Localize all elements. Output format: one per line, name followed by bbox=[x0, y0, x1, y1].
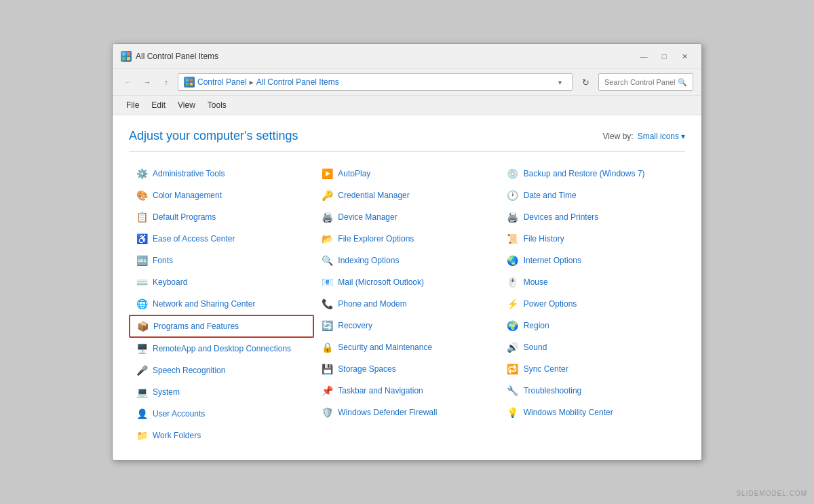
recovery-label: Recovery bbox=[338, 321, 372, 330]
troubleshooting-icon: 🔧 bbox=[506, 384, 520, 398]
address-dropdown-button[interactable]: ▾ bbox=[553, 73, 566, 91]
item-recovery[interactable]: 🔄 Recovery bbox=[314, 315, 499, 336]
view-by-selector[interactable]: Small icons ▾ bbox=[638, 132, 685, 141]
work-folders-label: Work Folders bbox=[153, 431, 201, 440]
view-by-label: View by: bbox=[603, 132, 634, 141]
windows-mobility-center-icon: 💡 bbox=[506, 406, 520, 419]
minimize-button[interactable]: — bbox=[635, 50, 653, 63]
item-autoplay[interactable]: ▶️ AutoPlay bbox=[314, 163, 499, 185]
item-internet-options[interactable]: 🌏 Internet Options bbox=[500, 250, 685, 271]
date-time-icon: 🕐 bbox=[506, 189, 520, 202]
item-credential-manager[interactable]: 🔑 Credential Manager bbox=[314, 185, 499, 206]
item-mouse[interactable]: 🖱️ Mouse bbox=[500, 271, 685, 293]
item-color-management[interactable]: 🎨 Color Management bbox=[129, 185, 314, 206]
administrative-tools-icon: ⚙️ bbox=[135, 167, 149, 180]
up-button[interactable]: ↑ bbox=[159, 75, 174, 90]
item-fonts[interactable]: 🔤 Fonts bbox=[129, 250, 314, 271]
window-icon bbox=[121, 51, 132, 62]
devices-printers-label: Devices and Printers bbox=[524, 212, 599, 222]
item-indexing-options[interactable]: 🔍 Indexing Options bbox=[314, 250, 499, 271]
item-device-manager[interactable]: 🖨️ Device Manager bbox=[314, 206, 499, 228]
item-mail[interactable]: 📧 Mail (Microsoft Outlook) bbox=[314, 271, 499, 293]
menu-tools[interactable]: Tools bbox=[202, 98, 232, 112]
svg-rect-6 bbox=[186, 83, 189, 85]
item-file-history[interactable]: 📜 File History bbox=[500, 228, 685, 250]
content-area: Adjust your computer's settings View by:… bbox=[113, 115, 701, 460]
item-file-explorer-options[interactable]: 📂 File Explorer Options bbox=[314, 228, 499, 250]
storage-spaces-label: Storage Spaces bbox=[338, 364, 395, 374]
item-ease-of-access[interactable]: ♿ Ease of Access Center bbox=[129, 228, 314, 250]
item-backup-restore[interactable]: 💿 Backup and Restore (Windows 7) bbox=[500, 163, 685, 185]
item-windows-defender-firewall[interactable]: 🛡️ Windows Defender Firewall bbox=[314, 402, 499, 423]
item-network-sharing[interactable]: 🌐 Network and Sharing Center bbox=[129, 293, 314, 315]
item-windows-mobility-center[interactable]: 💡 Windows Mobility Center bbox=[500, 402, 685, 423]
svg-rect-4 bbox=[186, 79, 189, 81]
search-icon: 🔍 bbox=[678, 78, 687, 87]
item-default-programs[interactable]: 📋 Default Programs bbox=[129, 206, 314, 228]
power-options-icon: ⚡ bbox=[506, 297, 520, 311]
item-programs-features[interactable]: 📦 Programs and Features bbox=[129, 315, 314, 338]
item-user-accounts[interactable]: 👤 User Accounts bbox=[129, 403, 314, 425]
view-by-value: Small icons bbox=[638, 132, 679, 141]
ease-of-access-label: Ease of Access Center bbox=[153, 234, 235, 244]
svg-rect-1 bbox=[127, 52, 130, 56]
item-sync-center[interactable]: 🔁 Sync Center bbox=[500, 358, 685, 380]
path-all-items[interactable]: All Control Panel Items bbox=[256, 77, 339, 87]
remoteapp-icon: 🖥️ bbox=[135, 342, 149, 355]
item-region[interactable]: 🌍 Region bbox=[500, 315, 685, 336]
item-power-options[interactable]: ⚡ Power Options bbox=[500, 293, 685, 315]
forward-button[interactable]: → bbox=[140, 75, 155, 90]
item-work-folders[interactable]: 📁 Work Folders bbox=[129, 425, 314, 446]
speech-recognition-label: Speech Recognition bbox=[153, 366, 225, 375]
path-control-panel[interactable]: Control Panel bbox=[197, 77, 247, 87]
file-explorer-options-label: File Explorer Options bbox=[338, 234, 414, 244]
item-storage-spaces[interactable]: 💾 Storage Spaces bbox=[314, 358, 499, 380]
window-controls: — □ ✕ bbox=[635, 50, 693, 63]
mouse-icon: 🖱️ bbox=[506, 275, 520, 289]
security-maintenance-icon: 🔒 bbox=[320, 341, 334, 354]
maximize-button[interactable]: □ bbox=[655, 50, 673, 63]
windows-defender-firewall-label: Windows Defender Firewall bbox=[338, 408, 437, 417]
item-keyboard[interactable]: ⌨️ Keyboard bbox=[129, 271, 314, 293]
menu-bar: File Edit View Tools bbox=[113, 96, 701, 115]
file-explorer-options-icon: 📂 bbox=[320, 232, 334, 246]
search-input[interactable] bbox=[604, 78, 678, 86]
sound-label: Sound bbox=[524, 343, 547, 352]
item-troubleshooting[interactable]: 🔧 Troubleshooting bbox=[500, 380, 685, 402]
path-separator: ► bbox=[248, 79, 255, 86]
window-title: All Control Panel Items bbox=[136, 52, 218, 61]
mail-icon: 📧 bbox=[320, 275, 334, 289]
network-sharing-icon: 🌐 bbox=[135, 297, 149, 311]
close-button[interactable]: ✕ bbox=[676, 50, 693, 63]
backup-restore-icon: 💿 bbox=[506, 167, 520, 180]
content-header: Adjust your computer's settings View by:… bbox=[129, 129, 685, 152]
recovery-icon: 🔄 bbox=[320, 319, 334, 332]
refresh-button[interactable]: ↻ bbox=[577, 73, 594, 91]
item-phone-modem[interactable]: 📞 Phone and Modem bbox=[314, 293, 499, 315]
item-taskbar-navigation[interactable]: 📌 Taskbar and Navigation bbox=[314, 380, 499, 402]
programs-features-icon: 📦 bbox=[136, 319, 149, 333]
menu-file[interactable]: File bbox=[121, 98, 144, 112]
view-by: View by: Small icons ▾ bbox=[603, 132, 686, 141]
menu-view[interactable]: View bbox=[172, 98, 201, 112]
item-administrative-tools[interactable]: ⚙️ Administrative Tools bbox=[129, 163, 314, 185]
item-security-maintenance[interactable]: 🔒 Security and Maintenance bbox=[314, 336, 499, 358]
menu-edit[interactable]: Edit bbox=[146, 98, 171, 112]
device-manager-label: Device Manager bbox=[338, 212, 397, 222]
item-remoteapp[interactable]: 🖥️ RemoteApp and Desktop Connections bbox=[129, 338, 314, 360]
region-icon: 🌍 bbox=[506, 319, 520, 332]
system-label: System bbox=[153, 387, 180, 397]
indexing-options-label: Indexing Options bbox=[338, 256, 399, 265]
back-button[interactable]: ← bbox=[121, 75, 136, 90]
troubleshooting-label: Troubleshooting bbox=[524, 386, 582, 395]
item-sound[interactable]: 🔊 Sound bbox=[500, 336, 685, 358]
device-manager-icon: 🖨️ bbox=[320, 210, 334, 224]
item-devices-printers[interactable]: 🖨️ Devices and Printers bbox=[500, 206, 685, 228]
item-system[interactable]: 💻 System bbox=[129, 381, 314, 403]
internet-options-label: Internet Options bbox=[524, 256, 581, 265]
devices-printers-icon: 🖨️ bbox=[506, 210, 520, 224]
svg-rect-2 bbox=[122, 57, 125, 60]
item-date-time[interactable]: 🕐 Date and Time bbox=[500, 185, 685, 206]
address-input[interactable]: Control Panel ► All Control Panel Items … bbox=[178, 73, 573, 91]
item-speech-recognition[interactable]: 🎤 Speech Recognition bbox=[129, 360, 314, 381]
